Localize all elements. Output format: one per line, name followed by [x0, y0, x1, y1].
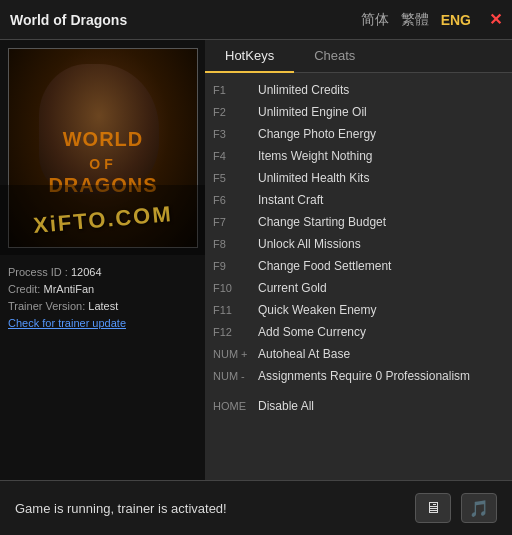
cheat-key: NUM -	[213, 368, 258, 385]
status-message: Game is running, trainer is activated!	[15, 501, 227, 516]
cheat-name: Quick Weaken Enemy	[258, 301, 377, 319]
cheat-row: F7Change Starting Budget	[213, 211, 504, 233]
cheat-name: Unlock All Missions	[258, 235, 361, 253]
status-icons: 🖥 🎵	[415, 493, 497, 523]
monitor-icon-button[interactable]: 🖥	[415, 493, 451, 523]
tab-bar: HotKeys Cheats	[205, 40, 512, 73]
cheat-row: HOMEDisable All	[213, 395, 504, 417]
cheat-name: Unlimited Health Kits	[258, 169, 369, 187]
music-icon: 🎵	[469, 499, 489, 518]
cheat-name: Assignments Require 0 Professionalism	[258, 367, 470, 385]
cheat-row: F6Instant Craft	[213, 189, 504, 211]
cheat-row: F2Unlimited Engine Oil	[213, 101, 504, 123]
cheat-name: Unlimited Credits	[258, 81, 349, 99]
cheat-key: F1	[213, 82, 258, 99]
cheat-name: Instant Craft	[258, 191, 323, 209]
cheat-name: Add Some Currency	[258, 323, 366, 341]
info-panel: Process ID : 12064 Credit: MrAntiFan Tra…	[0, 256, 205, 344]
cheat-key: F4	[213, 148, 258, 165]
process-label: Process ID :	[8, 266, 68, 278]
cheat-name: Current Gold	[258, 279, 327, 297]
xifto-text: XiFTO.COM	[32, 201, 174, 239]
cheat-row: F8Unlock All Missions	[213, 233, 504, 255]
cheat-name: Autoheal At Base	[258, 345, 350, 363]
cheat-row: F4Items Weight Nothing	[213, 145, 504, 167]
cheat-key: F9	[213, 258, 258, 275]
credit-row: Credit: MrAntiFan	[8, 283, 197, 295]
cheat-row: F1Unlimited Credits	[213, 79, 504, 101]
update-link-row[interactable]: Check for trainer update	[8, 317, 197, 329]
trainer-version-row: Trainer Version: Latest	[8, 300, 197, 312]
cheat-row: F3Change Photo Energy	[213, 123, 504, 145]
cheat-name: Unlimited Engine Oil	[258, 103, 367, 121]
tab-hotkeys[interactable]: HotKeys	[205, 40, 294, 73]
cheat-key: F10	[213, 280, 258, 297]
cheat-row: F5Unlimited Health Kits	[213, 167, 504, 189]
cheat-key: F5	[213, 170, 258, 187]
language-bar: 简体 繁體 ENG ✕	[361, 10, 502, 29]
monitor-icon: 🖥	[425, 499, 441, 517]
main-content: WORLDOFDRAGONS XiFTO.COM Process ID : 12…	[0, 40, 512, 480]
cheat-row: F9Change Food Settlement	[213, 255, 504, 277]
cheat-name: Change Starting Budget	[258, 213, 386, 231]
trainer-update-link[interactable]: Check for trainer update	[8, 317, 126, 329]
cheat-row: NUM -Assignments Require 0 Professionali…	[213, 365, 504, 387]
cheat-key: F3	[213, 126, 258, 143]
cheat-key: F7	[213, 214, 258, 231]
app-title: World of Dragons	[10, 12, 361, 28]
cheat-row: NUM +Autoheal At Base	[213, 343, 504, 365]
credit-value: MrAntiFan	[43, 283, 94, 295]
lang-traditional[interactable]: 繁體	[401, 11, 429, 29]
close-button[interactable]: ✕	[489, 10, 502, 29]
status-bar: Game is running, trainer is activated! 🖥…	[0, 480, 512, 535]
cheat-key: F11	[213, 302, 258, 319]
lang-english[interactable]: ENG	[441, 12, 471, 28]
cheat-key: F12	[213, 324, 258, 341]
cheat-name: Change Photo Energy	[258, 125, 376, 143]
credit-label: Credit:	[8, 283, 40, 295]
cheat-row: F10Current Gold	[213, 277, 504, 299]
trainer-value: Latest	[88, 300, 118, 312]
cheat-key: HOME	[213, 398, 258, 415]
cheat-name: Disable All	[258, 397, 314, 415]
tab-cheats[interactable]: Cheats	[294, 40, 375, 72]
cheat-key: F2	[213, 104, 258, 121]
cheat-row: F11Quick Weaken Enemy	[213, 299, 504, 321]
title-bar: World of Dragons 简体 繁體 ENG ✕	[0, 0, 512, 40]
cheat-key: F8	[213, 236, 258, 253]
cheat-row: F12Add Some Currency	[213, 321, 504, 343]
lang-simplified[interactable]: 简体	[361, 11, 389, 29]
right-panel: HotKeys Cheats F1Unlimited CreditsF2Unli…	[205, 40, 512, 480]
music-icon-button[interactable]: 🎵	[461, 493, 497, 523]
cheat-key: NUM +	[213, 346, 258, 363]
cheat-key: F6	[213, 192, 258, 209]
xifto-watermark-overlay: XiFTO.COM	[0, 185, 205, 255]
cheats-list: F1Unlimited CreditsF2Unlimited Engine Oi…	[205, 73, 512, 480]
left-panel: WORLDOFDRAGONS XiFTO.COM Process ID : 12…	[0, 40, 205, 480]
cheat-name: Change Food Settlement	[258, 257, 391, 275]
process-value: 12064	[71, 266, 102, 278]
process-id-row: Process ID : 12064	[8, 266, 197, 278]
cheat-name: Items Weight Nothing	[258, 147, 373, 165]
trainer-label: Trainer Version:	[8, 300, 85, 312]
